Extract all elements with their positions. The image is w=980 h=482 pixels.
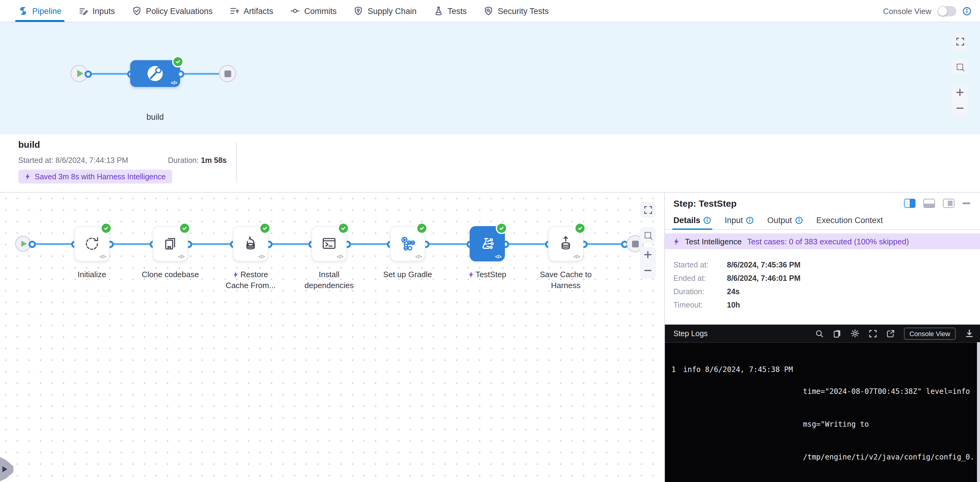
tab-label: Security Tests <box>498 6 549 16</box>
expand-icon[interactable] <box>869 329 877 338</box>
download-icon[interactable] <box>965 329 974 338</box>
tab-label: Commits <box>304 6 337 16</box>
zoom-out-icon[interactable] <box>640 263 656 278</box>
tab-supply-chain[interactable]: Supply Chain <box>354 0 417 22</box>
fullscreen-icon[interactable] <box>640 202 656 217</box>
nav-right: Console View <box>883 6 972 16</box>
harness-intelligence-badge[interactable]: Saved 3m 8s with Harness Intelligence <box>18 170 172 184</box>
detail-row: Ended at: 8/6/2024, 7:46:01 PM <box>673 275 972 283</box>
log-scrollbar[interactable] <box>977 342 980 482</box>
step-node-initialize[interactable]: </> <box>74 226 110 262</box>
clone-codebase-icon <box>161 235 180 253</box>
minimize-icon[interactable] <box>963 202 970 204</box>
tab-commits[interactable]: Commits <box>290 0 337 22</box>
settings-icon[interactable] <box>850 329 859 338</box>
port <box>177 70 184 78</box>
success-check-icon <box>574 222 586 234</box>
step-node-install-dependencies[interactable]: </> <box>312 226 347 262</box>
info-icon[interactable] <box>746 216 754 224</box>
code-glyph: </> <box>178 254 184 260</box>
selection-icon[interactable] <box>640 227 656 243</box>
console-view-button[interactable]: Console View <box>904 327 956 339</box>
console-view-toggle[interactable] <box>937 6 956 16</box>
step-label: Clone codebase <box>128 269 213 280</box>
initialize-icon <box>83 235 101 253</box>
panel-tabs: Details Input Output Execution Context <box>665 211 980 230</box>
layout-bottom-view-icon[interactable] <box>923 199 935 208</box>
step-node-save-cache[interactable]: </> <box>548 226 583 262</box>
tab-security-tests[interactable]: Security Tests <box>484 0 549 22</box>
stage-label: build <box>119 113 192 122</box>
log-entry: 1 info 8/6/2024, 7:45:38 PM time="2024-0… <box>668 364 977 482</box>
tab-details[interactable]: Details <box>673 211 711 229</box>
selection-icon[interactable] <box>952 59 968 75</box>
restore-cache-icon <box>242 235 260 253</box>
top-nav: Pipeline Inputs Policy Evaluations Artif… <box>0 0 980 22</box>
step-node-clone-codebase[interactable]: </> <box>153 226 188 262</box>
artifacts-icon <box>230 6 239 16</box>
info-icon[interactable] <box>795 216 803 224</box>
log-timestamp: 8/6/2024, 7:45:38 PM <box>705 364 794 482</box>
success-check-icon <box>496 222 508 234</box>
step-node-teststep[interactable]: </> <box>469 226 505 262</box>
tab-output[interactable]: Output <box>767 211 803 229</box>
security-tests-icon <box>484 6 493 16</box>
copy-icon[interactable] <box>833 329 841 338</box>
expand-arrow-icon <box>2 466 7 472</box>
step-node-set-up-gradle[interactable]: </> <box>390 226 425 262</box>
tab-input[interactable]: Input <box>725 211 754 229</box>
tab-label: Supply Chain <box>368 6 417 16</box>
info-icon[interactable] <box>963 6 972 16</box>
zoom-in-icon[interactable] <box>952 84 968 100</box>
ti-title: Test Intelligence <box>685 237 741 246</box>
detail-row: Timeout: 10h <box>673 301 972 309</box>
success-check-icon <box>337 222 349 234</box>
log-message: time="2024-08-07T00:45:38Z" level=info m… <box>803 364 977 482</box>
external-link-icon[interactable] <box>886 329 895 338</box>
lightning-icon <box>233 271 239 278</box>
lightning-icon <box>25 173 30 181</box>
play-icon <box>77 70 83 77</box>
stage-node-build[interactable]: </> <box>130 60 180 87</box>
step-details-panel: Step: TestStep Details Input <box>664 193 980 482</box>
success-check-icon <box>416 222 428 234</box>
tab-policy-evaluations[interactable]: Policy Evaluations <box>132 0 213 22</box>
port <box>84 70 92 78</box>
panel-header: Step: TestStep <box>665 193 980 208</box>
step-node-restore-cache[interactable]: </> <box>233 226 268 262</box>
save-cache-icon <box>557 235 575 253</box>
step-logs-header: Step Logs Console View <box>665 325 980 343</box>
lightning-icon <box>468 271 474 278</box>
panel-title: Step: TestStep <box>673 198 737 208</box>
tab-inputs[interactable]: Inputs <box>78 0 115 22</box>
step-logs-content[interactable]: 1 info 8/6/2024, 7:45:38 PM time="2024-0… <box>665 342 977 482</box>
zoom-out-icon[interactable] <box>952 100 968 116</box>
gradle-graph-icon <box>398 234 417 254</box>
console-view-label: Console View <box>883 6 931 16</box>
step-logs-title: Step Logs <box>673 329 708 338</box>
pipeline-icon <box>18 6 28 16</box>
tab-execution-context[interactable]: Execution Context <box>816 211 883 229</box>
policy-evaluations-icon <box>132 6 142 16</box>
supply-chain-icon <box>354 6 363 16</box>
tab-artifacts[interactable]: Artifacts <box>230 0 274 22</box>
info-icon[interactable] <box>703 216 711 224</box>
lightning-icon <box>673 237 679 245</box>
tab-tests[interactable]: Tests <box>433 0 466 22</box>
step-details: Started at: 8/6/2024, 7:45:36 PM Ended a… <box>665 249 980 309</box>
step-label: Initialize <box>49 269 134 280</box>
log-line-number: 1 <box>668 364 676 482</box>
tab-label: Policy Evaluations <box>146 6 213 16</box>
pipeline-end-node[interactable] <box>219 65 236 82</box>
stop-icon <box>224 70 231 77</box>
inputs-icon <box>78 6 88 16</box>
port <box>28 240 36 248</box>
layout-floating-view-icon[interactable] <box>943 199 955 208</box>
log-level: info <box>683 364 702 482</box>
zoom-in-icon[interactable] <box>640 247 656 263</box>
fullscreen-icon[interactable] <box>952 33 968 49</box>
tab-pipeline[interactable]: Pipeline <box>18 0 61 22</box>
layout-right-view-icon[interactable] <box>904 199 916 208</box>
search-icon[interactable] <box>815 329 824 338</box>
lower-split: </> Initialize </> Clone codebase </> <box>0 192 980 482</box>
